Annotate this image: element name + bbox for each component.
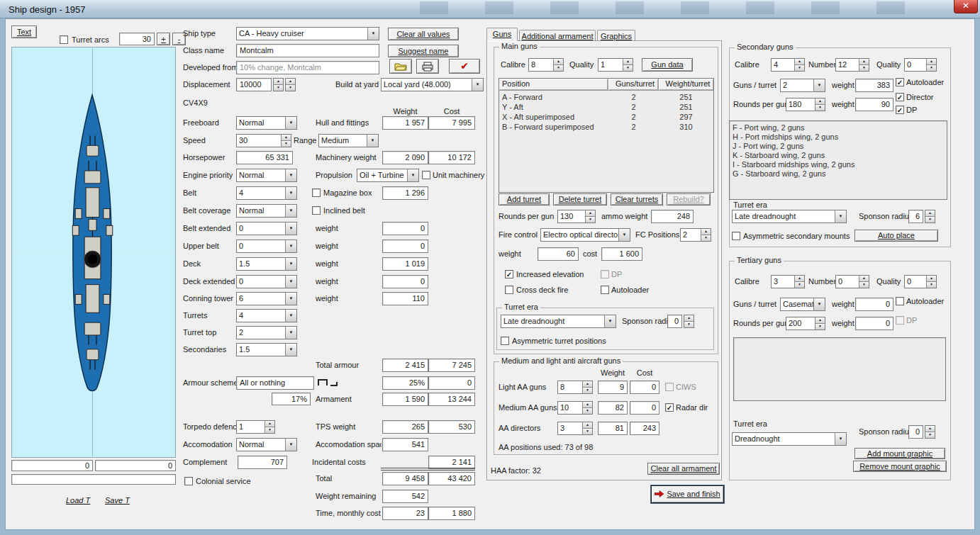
turret-top-select[interactable]: 2▼ <box>236 326 297 339</box>
spin-up-icon[interactable]: ▲ <box>795 276 804 281</box>
dropdown-arrow-icon[interactable]: ▼ <box>285 223 296 235</box>
dropdown-arrow-icon[interactable]: ▼ <box>813 79 825 91</box>
spin-up-icon[interactable]: ▲ <box>286 79 295 84</box>
tertiary-turret-era-select[interactable]: Dreadnought▼ <box>732 432 847 446</box>
inclined-belt-checkbox[interactable] <box>312 206 321 215</box>
spin-up-icon[interactable]: ▲ <box>795 59 804 64</box>
main-calibre-spinner[interactable]: 8 ▲▼ <box>528 58 564 72</box>
armour-scheme-raised-icon[interactable] <box>318 379 328 385</box>
armour-scheme-input[interactable]: All or nothing <box>236 376 314 390</box>
spin-down-icon[interactable]: ▼ <box>815 323 825 330</box>
main-guns-table-header[interactable]: Position Guns/turret Weight/turret <box>499 79 713 91</box>
propulsion-select[interactable]: Oil + Turbine▼ <box>357 169 419 182</box>
secondaries-select[interactable]: 1.5▼ <box>236 343 297 356</box>
dropdown-arrow-icon[interactable]: ▼ <box>285 276 296 288</box>
tab-additional-armament[interactable]: Additional armament <box>519 30 596 40</box>
belt-select[interactable]: 4▼ <box>236 186 297 200</box>
print-button[interactable] <box>416 59 439 74</box>
dropdown-arrow-icon[interactable]: ▼ <box>285 258 296 270</box>
spin-up-icon[interactable]: ▲ <box>554 59 563 64</box>
dropdown-arrow-icon[interactable]: ▼ <box>367 28 379 40</box>
spin-up-icon[interactable]: ▲ <box>859 276 869 281</box>
spin-up-icon[interactable]: ▲ <box>282 135 291 140</box>
spin-down-icon[interactable]: ▼ <box>701 235 711 241</box>
dropdown-arrow-icon[interactable]: ▼ <box>285 439 296 451</box>
remove-mount-graphic-button[interactable]: Remove mount graphic <box>853 461 947 472</box>
main-rounds-spinner[interactable]: 130 ▲▼ <box>557 210 596 223</box>
list-item[interactable]: F - Port wing, 2 guns <box>730 121 947 133</box>
spin-down-icon[interactable]: ▼ <box>925 216 935 223</box>
build-at-yard-select[interactable]: Local yard (48.000) ▼ <box>381 78 484 91</box>
spin-down-icon[interactable]: ▼ <box>282 140 291 147</box>
clear-all-armament-button[interactable]: Clear all armament <box>647 463 720 475</box>
dropdown-arrow-icon[interactable]: ▼ <box>813 298 825 310</box>
spin-down-icon[interactable]: ▼ <box>927 64 936 71</box>
tertiary-quality-spinner[interactable]: 0 ▲▼ <box>904 275 937 288</box>
secondary-turret-era-select[interactable]: Late dreadnought▼ <box>732 210 847 223</box>
spin-up-icon[interactable]: ▲ <box>586 210 595 216</box>
spin-up-icon[interactable]: ▲ <box>583 422 592 428</box>
dropdown-arrow-icon[interactable]: ▼ <box>285 117 296 129</box>
spin-down-icon[interactable]: ▼ <box>795 64 804 71</box>
spin-up-icon[interactable]: ▲ <box>859 59 869 64</box>
save-and-finish-button[interactable]: Save and finish <box>651 485 724 503</box>
radar-dir-checkbox[interactable]: ✓ <box>665 403 674 412</box>
spin-down-icon[interactable]: ▼ <box>927 281 936 288</box>
spin-up-icon[interactable]: ▲ <box>925 426 935 432</box>
main-sponson-stepper[interactable]: ▲▼ <box>684 315 694 328</box>
spin-down-icon[interactable]: ▼ <box>795 281 804 288</box>
tertiary-calibre-spinner[interactable]: 3 ▲▼ <box>771 275 805 288</box>
torpedo-defence-spinner[interactable]: 1 ▲▼ <box>236 420 275 434</box>
spin-down-icon[interactable]: ▼ <box>583 428 592 434</box>
secondary-rounds-spinner[interactable]: 180 ▲▼ <box>786 98 825 111</box>
table-row[interactable]: Y - Aft 2 251 <box>499 102 713 112</box>
tab-guns[interactable]: Guns <box>486 28 518 41</box>
secondary-number-spinner[interactable]: 12 ▲▼ <box>835 58 869 72</box>
colonial-service-checkbox[interactable] <box>184 477 193 485</box>
turret-arcs-increase-button[interactable]: + <box>157 33 170 45</box>
engine-priority-select[interactable]: Normal▼ <box>236 169 297 182</box>
clear-turrets-button[interactable]: Clear turrets <box>611 193 663 205</box>
auto-place-button[interactable]: Auto place <box>854 230 938 242</box>
spin-down-icon[interactable]: ▼ <box>684 321 694 327</box>
spin-up-icon[interactable]: ▲ <box>815 317 825 323</box>
spin-down-icon[interactable]: ▼ <box>925 432 935 438</box>
tertiary-sponson-stepper[interactable]: ▲▼ <box>925 425 935 439</box>
dropdown-arrow-icon[interactable]: ▼ <box>285 205 296 217</box>
confirm-button[interactable]: ✔ <box>449 59 480 74</box>
secondary-sponson-stepper[interactable]: ▲▼ <box>925 210 935 223</box>
armour-scheme-lowered-icon[interactable] <box>330 382 338 386</box>
dropdown-arrow-icon[interactable]: ▼ <box>604 315 616 327</box>
range-select[interactable]: Medium▼ <box>318 134 379 147</box>
ship-type-select[interactable]: CA - Heavy cruiser ▼ <box>236 27 379 40</box>
spin-up-icon[interactable]: ▲ <box>925 210 935 216</box>
dropdown-arrow-icon[interactable]: ▼ <box>285 327 296 339</box>
position-column-header[interactable]: Position <box>499 79 608 90</box>
tertiary-number-spinner[interactable]: 0 ▲▼ <box>835 275 869 288</box>
secondary-autoloader-checkbox[interactable]: ✓ <box>896 78 904 86</box>
magazine-box-checkbox[interactable] <box>312 188 321 197</box>
light-aa-spinner[interactable]: 8 ▲▼ <box>557 381 593 394</box>
cross-deck-fire-checkbox[interactable] <box>505 286 513 294</box>
spin-up-icon[interactable]: ▲ <box>583 381 592 387</box>
list-item[interactable]: H - Port midships wing, 2 guns <box>730 133 947 142</box>
class-name-input[interactable]: Montcalm <box>236 44 379 57</box>
suggest-name-button[interactable]: Suggest name <box>388 45 459 57</box>
spin-up-icon[interactable]: ▲ <box>583 402 592 407</box>
asymmetric-secondary-mounts-checkbox[interactable] <box>732 232 740 240</box>
medium-aa-spinner[interactable]: 10 ▲▼ <box>557 401 593 415</box>
spin-down-icon[interactable]: ▼ <box>274 84 283 91</box>
spin-up-icon[interactable]: ▲ <box>701 229 711 235</box>
displacement-stepper-coarse[interactable]: ▲▼ <box>285 78 296 91</box>
freeboard-select[interactable]: Normal▼ <box>236 116 297 130</box>
dropdown-arrow-icon[interactable]: ▼ <box>285 169 296 181</box>
add-turret-button[interactable]: Add turret <box>499 193 550 205</box>
tertiary-positions-list[interactable] <box>733 337 946 401</box>
spin-up-icon[interactable]: ▲ <box>274 79 283 84</box>
dropdown-arrow-icon[interactable]: ▼ <box>285 344 296 356</box>
load-template-button[interactable]: Load T <box>66 496 90 505</box>
accomodation-select[interactable]: Normal▼ <box>236 438 297 451</box>
spin-down-icon[interactable]: ▼ <box>859 281 869 288</box>
guns-per-turret-column-header[interactable]: Guns/turret <box>608 79 659 90</box>
spin-up-icon[interactable]: ▲ <box>265 421 274 427</box>
